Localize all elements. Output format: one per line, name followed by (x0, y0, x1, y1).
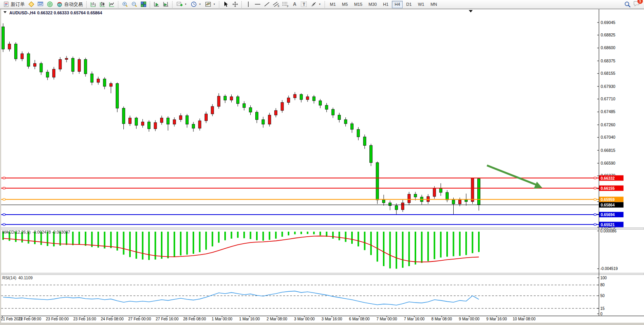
candle-body (14, 44, 17, 59)
svg-text:0.65694: 0.65694 (601, 213, 615, 217)
chevron-down-icon: ▼ (319, 3, 321, 5)
line-handle[interactable] (594, 213, 596, 215)
clock-icon (191, 1, 197, 7)
price-tick-label: 0.69045 (601, 20, 615, 25)
crosshair-button[interactable] (231, 0, 240, 8)
timeframe-button-m5[interactable]: M5 (339, 1, 350, 8)
market-watch-button[interactable] (36, 0, 45, 8)
candle-body (383, 200, 385, 203)
zoom-in-button[interactable] (120, 0, 130, 8)
time-tick-label: 8 Mar 08:00 (431, 317, 452, 321)
timeframe-button-m1[interactable]: M1 (327, 1, 338, 8)
line-handle[interactable] (3, 198, 5, 200)
candle-body (344, 120, 347, 124)
macd-indicator-label: MACD(12,26,9)-0.002478 -0.003087 (2, 230, 70, 234)
line-handle[interactable] (3, 213, 5, 215)
templates-dropdown-button[interactable]: ▼ (203, 0, 217, 8)
time-tick-label: 3 Mar 16:00 (321, 317, 342, 321)
line-handle[interactable] (3, 187, 5, 189)
candle-body (300, 95, 302, 100)
line-handle[interactable] (3, 224, 5, 225)
fibonacci-button[interactable]: F (281, 0, 290, 8)
chevron-down-icon: ▼ (213, 3, 215, 5)
price-tick-label: 0.67930 (601, 84, 615, 89)
notifications-button[interactable]: 1 (633, 0, 640, 9)
time-tick-label: 1 Mar 16:00 (239, 317, 260, 321)
candle-body (179, 116, 182, 120)
candle-body (205, 114, 207, 121)
line-handle[interactable] (594, 177, 596, 179)
time-tick-label: 7 Mar 00:00 (376, 317, 397, 321)
line-handle[interactable] (594, 187, 596, 189)
timeframe-button-w1[interactable]: W1 (415, 1, 427, 8)
auto-scroll-button[interactable] (152, 0, 161, 8)
chart-background[interactable] (0, 9, 644, 323)
signals-button[interactable] (45, 0, 55, 8)
text-label-button[interactable]: T (299, 0, 309, 8)
horizontal-line-button[interactable] (253, 0, 262, 8)
macd-scale-label: 0.000086 (600, 229, 617, 233)
price-line-label: 0.66332 (599, 175, 624, 181)
toolbar-separator (86, 1, 87, 8)
auto-trading-icon (56, 1, 63, 7)
zoom-out-button[interactable] (130, 0, 139, 8)
new-order-button[interactable]: 新订单 (2, 0, 27, 8)
bar-chart-icon (90, 1, 96, 7)
pane-splitter[interactable] (0, 228, 644, 229)
signals-icon (47, 1, 53, 7)
line-handle[interactable] (594, 224, 596, 225)
candle-body (230, 97, 233, 100)
chart-symbol-title: AUDUSD-,H4 (9, 10, 36, 15)
vertical-line-button[interactable] (244, 0, 253, 8)
chart-shift-button[interactable] (161, 0, 171, 8)
price-tick-label: 0.66590 (601, 161, 615, 165)
arrows-dropdown-button[interactable]: ▼ (309, 0, 323, 8)
pane-splitter[interactable] (0, 273, 644, 275)
candle-body (351, 124, 354, 129)
time-tick-label: 2 Mar 08:00 (266, 317, 287, 321)
gold-diamond-button[interactable] (27, 0, 36, 8)
candle-body (65, 58, 68, 60)
candle-body (433, 188, 436, 196)
periods-dropdown-button[interactable]: ▼ (189, 0, 203, 8)
candlestick-chart-icon (99, 1, 106, 7)
candle-body (8, 44, 11, 49)
notification-badge: 1 (637, 0, 643, 4)
indicators-dropdown-button[interactable]: ▼ (174, 0, 189, 8)
equidistant-channel-button[interactable]: E (272, 0, 281, 8)
candlestick-chart-button[interactable] (98, 0, 107, 8)
price-tick-label: 0.67485 (601, 109, 615, 114)
cursor-button[interactable] (221, 0, 231, 8)
price-line-label: 0.65864 (599, 202, 624, 208)
timeframe-button-m15[interactable]: M15 (351, 1, 365, 8)
candle-body (465, 200, 468, 201)
price-tick-label: 0.68600 (601, 45, 615, 50)
line-handle[interactable] (3, 177, 5, 179)
candle-body (446, 193, 449, 200)
candle-body (363, 137, 366, 145)
bar-chart-button[interactable] (89, 0, 98, 8)
timeframe-button-d1[interactable]: D1 (403, 1, 414, 8)
line-chart-button[interactable] (107, 0, 116, 8)
price-tick-label: 0.68155 (601, 71, 615, 76)
text-button[interactable]: A (290, 0, 299, 8)
candle-body (268, 115, 271, 124)
candle-body (236, 97, 239, 104)
market-watch-icon (38, 1, 44, 7)
time-tick-label: 28 Feb 08:00 (183, 317, 206, 321)
candle-body (59, 59, 61, 69)
search-icon[interactable] (624, 1, 631, 8)
trendline-button[interactable] (262, 0, 272, 8)
add-indicator-icon (176, 1, 183, 7)
line-handle[interactable] (594, 198, 596, 200)
candle-body (338, 115, 341, 120)
timeframe-button-m30[interactable]: M30 (366, 1, 379, 8)
tile-windows-button[interactable] (139, 0, 148, 8)
gold-diamond-icon (28, 1, 34, 7)
timeframe-button-h1[interactable]: H1 (380, 1, 391, 8)
svg-text:0.65959: 0.65959 (601, 198, 615, 202)
timeframe-button-mn[interactable]: MN (428, 1, 440, 8)
candle-body (173, 120, 176, 124)
auto-trading-button[interactable]: 自动交易 (55, 0, 85, 8)
timeframe-button-h4[interactable]: H4 (392, 1, 403, 8)
